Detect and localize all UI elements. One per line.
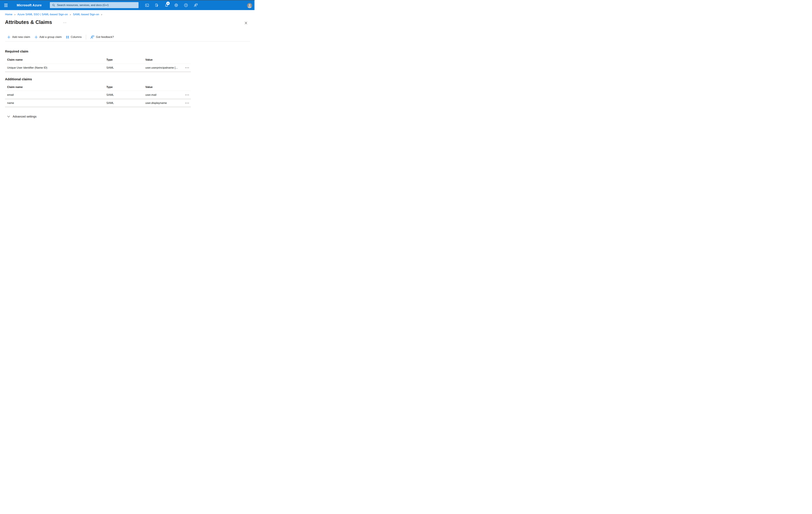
advanced-settings-label: Advanced settings — [13, 115, 36, 118]
avatar-silhouette-icon — [247, 3, 252, 8]
directory-filter-button[interactable] — [153, 2, 160, 8]
toolbar-divider-rule — [5, 41, 250, 42]
columns-button[interactable]: Columns — [66, 35, 82, 39]
row-context-menu-button[interactable] — [184, 99, 190, 107]
ellipsis-icon — [187, 94, 187, 95]
breadcrumb: Home > Azure SAML SSO | SAML-based Sign-… — [5, 13, 104, 16]
claim-value-cell: user.mail — [145, 91, 156, 99]
close-icon — [244, 22, 248, 25]
user-avatar[interactable] — [247, 3, 252, 8]
row-context-menu-button[interactable] — [184, 64, 190, 72]
claim-name-cell[interactable]: email — [7, 91, 14, 99]
window-top-edge — [0, 0, 255, 0]
required-claim-table: Claim name Type Value Unique User Identi… — [5, 56, 191, 72]
ellipsis-icon — [185, 94, 186, 95]
breadcrumb-separator-icon: > — [99, 13, 104, 16]
search-icon — [52, 4, 55, 7]
breadcrumb-link-app-sign-on[interactable]: Azure SAML SSO | SAML-based Sign-on — [18, 13, 68, 16]
page-more-options-button[interactable] — [63, 22, 67, 24]
topbar-icon-group: 6 ? — [144, 2, 199, 8]
ellipsis-icon — [187, 67, 187, 68]
ellipsis-icon — [187, 103, 187, 103]
settings-gear-icon — [174, 3, 178, 7]
add-group-claim-label: Add a group claim — [39, 35, 62, 39]
command-bar: Add new claim Add a group claim Columns — [7, 34, 114, 40]
add-group-claim-button[interactable]: Add a group claim — [34, 35, 62, 39]
notification-badge: 6 — [166, 2, 170, 5]
claim-type-cell: SAML — [106, 91, 114, 99]
table-header-row: Claim name Type Value — [5, 83, 191, 91]
breadcrumb-separator-icon: > — [12, 13, 18, 16]
ellipsis-icon — [188, 94, 189, 95]
feedback-button[interactable] — [193, 2, 199, 8]
ellipsis-icon — [188, 103, 189, 103]
ellipsis-icon — [66, 23, 66, 23]
table-row-email[interactable]: email SAML user.mail — [5, 91, 191, 99]
ellipsis-icon — [185, 67, 186, 68]
notifications-button[interactable]: 6 — [163, 2, 170, 8]
claim-type-cell: SAML — [106, 99, 114, 107]
settings-button[interactable] — [173, 2, 179, 8]
columns-label: Columns — [71, 35, 82, 39]
additional-claims-table: Claim name Type Value email SAML user.ma… — [5, 83, 191, 107]
ellipsis-icon — [65, 23, 65, 23]
cloud-shell-icon — [145, 3, 149, 7]
column-header-type: Type — [106, 56, 113, 64]
breadcrumb-link-saml-sign-on[interactable]: SAML-based Sign-on — [73, 13, 99, 16]
breadcrumb-link-home[interactable]: Home — [5, 13, 12, 16]
global-search[interactable] — [50, 2, 139, 8]
row-context-menu-button[interactable] — [184, 91, 190, 99]
add-new-claim-button[interactable]: Add new claim — [7, 35, 30, 39]
brand-title[interactable]: Microsoft Azure — [17, 0, 41, 10]
ellipsis-icon — [63, 23, 64, 23]
page-title: Attributes & Claims — [5, 19, 52, 25]
directory-filter-icon — [155, 3, 159, 7]
help-button[interactable]: ? — [183, 2, 189, 8]
additional-claims-heading: Additional claims — [5, 77, 32, 81]
search-input[interactable] — [55, 2, 139, 8]
column-header-claim-name: Claim name — [7, 56, 23, 64]
portal-menu-button[interactable] — [3, 2, 9, 8]
column-header-claim-name: Claim name — [7, 83, 23, 91]
claim-name-cell[interactable]: name — [7, 99, 14, 107]
claim-type-cell: SAML — [106, 64, 114, 72]
svg-text:?: ? — [185, 4, 186, 6]
plus-icon — [34, 35, 38, 39]
column-header-value: Value — [145, 83, 152, 91]
column-header-value: Value — [145, 56, 152, 64]
claim-value-cell: user.displayname — [145, 99, 167, 107]
plus-icon — [7, 35, 10, 39]
topbar-scrollbar-strip — [254, 0, 255, 10]
columns-icon — [66, 36, 69, 38]
column-header-type: Type — [106, 83, 113, 91]
close-blade-button[interactable] — [243, 21, 248, 25]
breadcrumb-separator-icon: > — [68, 13, 73, 16]
hamburger-icon — [4, 4, 8, 4]
ellipsis-icon — [185, 103, 186, 103]
hamburger-icon — [4, 6, 8, 7]
cloud-shell-button[interactable] — [144, 2, 150, 8]
chevron-down-icon — [7, 115, 10, 117]
table-row-unique-user-identifier[interactable]: Unique User Identifier (Name ID) SAML us… — [5, 64, 191, 72]
hamburger-icon — [4, 5, 8, 5]
claim-value-cell: user.userprincipalname [... — [145, 64, 178, 72]
ellipsis-icon — [188, 67, 189, 68]
claim-name-cell[interactable]: Unique User Identifier (Name ID) — [7, 64, 48, 72]
got-feedback-button[interactable]: Got feedback? — [90, 35, 114, 39]
help-icon: ? — [184, 3, 188, 7]
feedback-person-icon — [90, 35, 94, 39]
got-feedback-label: Got feedback? — [96, 35, 114, 39]
add-new-claim-label: Add new claim — [12, 35, 30, 39]
advanced-settings-toggle[interactable]: Advanced settings — [7, 114, 36, 119]
topbar: Microsoft Azure — [0, 0, 255, 10]
table-row-name[interactable]: name SAML user.displayname — [5, 99, 191, 107]
required-claim-heading: Required claim — [5, 50, 28, 53]
feedback-person-icon — [194, 3, 198, 7]
table-header-row: Claim name Type Value — [5, 56, 191, 64]
